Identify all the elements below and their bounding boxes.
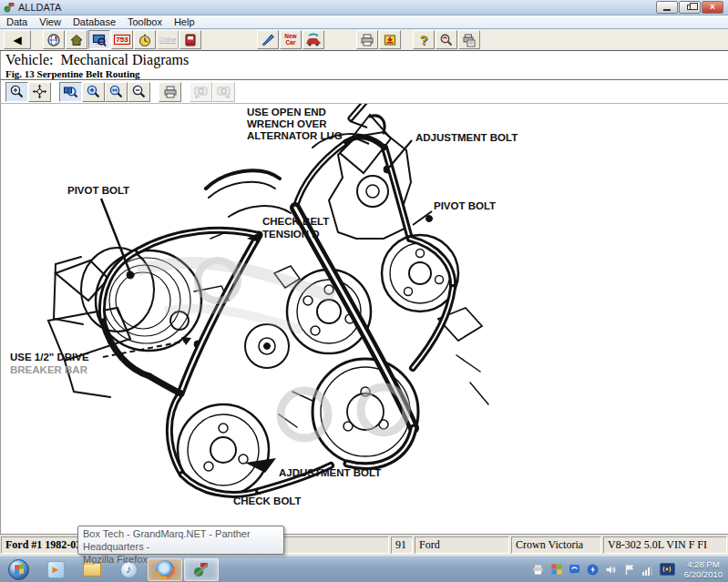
clock-time: 4:28 PM bbox=[684, 559, 723, 569]
globe-icon bbox=[46, 33, 61, 47]
volume-tray-icon[interactable] bbox=[605, 563, 618, 576]
magnifier-red-icon bbox=[439, 33, 454, 47]
camera-next-icon bbox=[216, 84, 231, 99]
viewer-printer-icon bbox=[163, 85, 178, 99]
menu-view[interactable]: View bbox=[39, 16, 61, 27]
world-button[interactable] bbox=[43, 30, 65, 49]
status-model: Crown Victoria bbox=[511, 536, 601, 554]
windows-logo-icon bbox=[15, 564, 24, 574]
tooltip-line2: Mozilla Firefox bbox=[83, 553, 279, 566]
media-player-icon: ► bbox=[47, 561, 65, 578]
menu-toolbox[interactable]: Toolbox bbox=[128, 16, 162, 27]
markup-brush-button[interactable] bbox=[257, 30, 279, 49]
label-pivot-bolt-left: PIVOT BOLT bbox=[67, 185, 129, 196]
network-tray-icon[interactable] bbox=[641, 563, 654, 576]
print-preview-icon bbox=[462, 33, 477, 47]
stopwatch-icon bbox=[138, 33, 152, 47]
label-wrench-3: ALTERNATOR LUG bbox=[247, 130, 343, 141]
printer-tray-icon[interactable] bbox=[532, 563, 545, 576]
back-icon: ◀ bbox=[13, 34, 21, 46]
diagram-viewer[interactable]: USE OPEN END WRENCH OVER ALTERNATOR LUG … bbox=[0, 104, 728, 534]
zoom-in-alt-button[interactable] bbox=[82, 82, 105, 102]
label-adjustment-bolt-top: ADJUSTMENT BOLT bbox=[415, 132, 518, 143]
main-toolbar: ◀ 753 Online NewCar bbox=[0, 29, 728, 51]
print-preview-button[interactable] bbox=[458, 30, 480, 49]
menu-help[interactable]: Help bbox=[174, 16, 195, 27]
figure-caption: Fig. 13 Serpentine Belt Routing bbox=[5, 68, 728, 79]
zoom-in-icon bbox=[9, 84, 25, 99]
label-wrench-2: WRENCH OVER bbox=[247, 118, 327, 129]
restore-button[interactable] bbox=[679, 1, 701, 14]
zoom-in-blue-icon bbox=[86, 84, 101, 99]
help-button[interactable]: ? bbox=[413, 30, 435, 49]
zoom-fit-button[interactable] bbox=[105, 82, 128, 102]
car-exchange-button[interactable] bbox=[302, 30, 324, 49]
diagram-labels: USE OPEN END WRENCH OVER ALTERNATOR LUG … bbox=[10, 107, 518, 506]
clock-date: 6/20/2010 bbox=[684, 569, 723, 579]
prev-image-button[interactable] bbox=[190, 82, 212, 102]
menu-database[interactable]: Database bbox=[73, 16, 116, 27]
media-player-button[interactable]: ► bbox=[38, 558, 73, 581]
new-car-button[interactable]: NewCar bbox=[280, 30, 302, 49]
pan-button[interactable] bbox=[28, 82, 51, 102]
label-check-belt-2: TENSION D bbox=[262, 229, 320, 240]
label-check-belt-1: CHECK BELT bbox=[262, 216, 329, 227]
next-image-button[interactable] bbox=[212, 82, 235, 102]
camera-prev-icon bbox=[193, 84, 209, 99]
print-button[interactable] bbox=[356, 30, 378, 49]
online-button[interactable]: Online bbox=[157, 30, 179, 49]
tsb-book-button[interactable] bbox=[179, 30, 201, 49]
monitor-magnifier-icon bbox=[92, 33, 107, 47]
belt-routing-diagram: USE OPEN END WRENCH OVER ALTERNATOR LUG … bbox=[1, 104, 728, 534]
firefox-tooltip: Box Tech - GrandMarq.NET - Panther Headq… bbox=[77, 526, 284, 555]
home-button[interactable] bbox=[66, 30, 87, 49]
search-button[interactable] bbox=[436, 30, 457, 49]
content-header: Vehicle: Mechanical Diagrams Fig. 13 Ser… bbox=[0, 51, 728, 80]
online-label: Online bbox=[159, 36, 177, 44]
printer-icon bbox=[360, 33, 374, 47]
status-engine: V8-302 5.0L VIN F FI bbox=[603, 536, 727, 554]
viewer-print-button[interactable] bbox=[159, 82, 181, 102]
start-button[interactable] bbox=[8, 559, 29, 580]
export-box-icon bbox=[383, 33, 397, 47]
action-center-flag-icon[interactable] bbox=[623, 563, 636, 576]
back-button[interactable]: ◀ bbox=[4, 30, 31, 49]
zoom-in-button[interactable] bbox=[5, 82, 28, 102]
zoom-fit-icon bbox=[108, 84, 124, 99]
status-code: 91 bbox=[391, 536, 413, 554]
label-breaker-1: USE 1/2" DRIVE bbox=[10, 352, 89, 362]
zoom-region-icon bbox=[63, 84, 78, 99]
security-tray-icon[interactable] bbox=[587, 563, 600, 576]
label-breaker-2: BREAKER BAR bbox=[10, 364, 88, 375]
newcar-label-line2: Car bbox=[284, 40, 296, 46]
zoom-out-icon bbox=[131, 84, 147, 99]
page-title: Vehicle: Mechanical Diagrams bbox=[5, 52, 728, 68]
code-753-button[interactable]: 753 bbox=[111, 30, 133, 49]
status-make: Ford bbox=[415, 536, 509, 554]
clock[interactable]: 4:28 PM 6/20/2010 bbox=[684, 559, 723, 579]
wireless-tray-icon[interactable] bbox=[660, 563, 675, 576]
zoom-region-button[interactable] bbox=[59, 82, 82, 102]
close-button[interactable]: × bbox=[702, 1, 723, 14]
alldata-app-icon bbox=[4, 2, 15, 13]
window-title: ALLDATA bbox=[18, 2, 61, 13]
label-adjustment-bolt-bottom: AJDUSTMENT BOLT bbox=[279, 467, 381, 478]
red-book-icon bbox=[183, 33, 198, 47]
minimize-icon bbox=[663, 9, 671, 11]
car-arrow-icon bbox=[305, 33, 322, 47]
apps-tray-icon[interactable] bbox=[550, 563, 563, 576]
messenger-tray-icon[interactable] bbox=[569, 563, 581, 576]
minimize-button[interactable] bbox=[656, 1, 678, 14]
label-wrench-1: USE OPEN END bbox=[247, 107, 326, 117]
zoom-out-button[interactable] bbox=[128, 82, 150, 102]
export-button[interactable] bbox=[379, 30, 401, 49]
tooltip-line1: Box Tech - GrandMarq.NET - Panther Headq… bbox=[83, 527, 279, 553]
menu-data[interactable]: Data bbox=[6, 16, 27, 27]
label-check-bolt: CHECK BOLT bbox=[233, 495, 302, 506]
home-icon bbox=[69, 33, 84, 47]
timer-button[interactable] bbox=[134, 30, 156, 49]
753-badge: 753 bbox=[114, 35, 129, 45]
system-tray: 4:28 PM 6/20/2010 bbox=[532, 559, 728, 579]
screen-search-button[interactable] bbox=[88, 30, 110, 49]
help-icon: ? bbox=[420, 33, 428, 47]
